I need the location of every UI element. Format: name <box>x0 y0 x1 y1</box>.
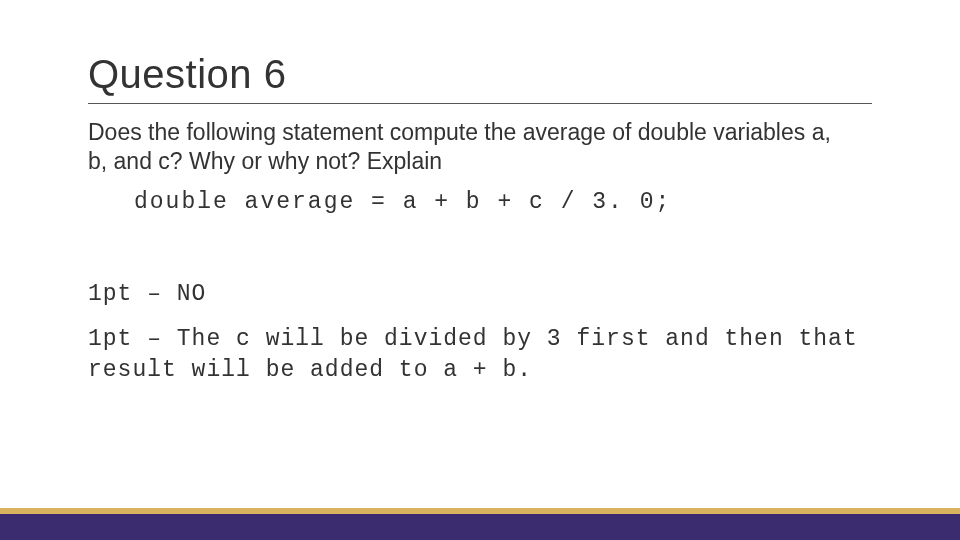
answer-line: 1pt – NO <box>88 279 872 310</box>
question-prompt: Does the following statement compute the… <box>88 118 848 176</box>
answer-line: 1pt – The c will be divided by 3 first a… <box>88 324 872 386</box>
title-underline <box>88 103 872 104</box>
slide-content: Question 6 Does the following statement … <box>0 0 960 387</box>
slide: Question 6 Does the following statement … <box>0 0 960 540</box>
code-line: double average = a + b + c / 3. 0; <box>134 188 872 218</box>
slide-title: Question 6 <box>88 52 872 97</box>
footer-stripe-purple <box>0 514 960 540</box>
answers-block: 1pt – NO 1pt – The c will be divided by … <box>88 279 872 386</box>
footer-bar <box>0 508 960 540</box>
